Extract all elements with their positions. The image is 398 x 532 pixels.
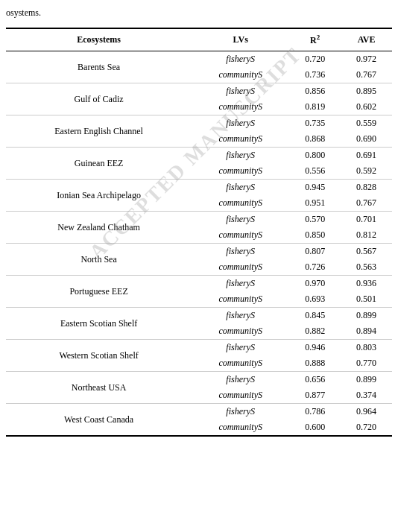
ave-value: 0.894 [341,323,392,340]
col-header-ave: AVE [341,28,392,51]
r2-value: 0.556 [289,163,341,180]
lv-cell: fisheryS [192,340,289,356]
ecosystem-name: Northeast USA [6,372,192,404]
col-header-ecosystems: Ecosystems [6,28,192,51]
r2-value: 0.693 [289,291,341,308]
table-row: New Zealand Chatham fisheryS 0.570 0.701 [6,212,392,228]
ave-value: 0.964 [341,404,392,420]
ecosystem-name: West Coast Canada [6,404,192,437]
table-row: Barents Sea fisheryS 0.720 0.972 [6,51,392,68]
lv-cell: fisheryS [192,244,289,260]
r2-value: 0.888 [289,355,341,372]
r2-value: 0.945 [289,180,341,196]
ecosystem-name: Portuguese EEZ [6,276,192,308]
col-header-r2: R2 [289,28,341,51]
lv-cell: fisheryS [192,212,289,228]
r2-value: 0.970 [289,276,341,292]
table-row: Eastern English Channel fisheryS 0.735 0… [6,115,392,132]
lv-cell: fisheryS [192,115,289,132]
ecosystem-name: Western Scotian Shelf [6,340,192,372]
ecosystem-name: Ionian Sea Archipelago [6,180,192,212]
r2-value: 0.868 [289,131,341,148]
r2-value: 0.856 [289,83,341,100]
r2-value: 0.726 [289,259,341,276]
ecosystem-name: North Sea [6,244,192,276]
r2-value: 0.850 [289,227,341,244]
table-row: Western Scotian Shelf fisheryS 0.946 0.8… [6,340,392,356]
lv-cell: communityS [192,131,289,148]
ave-value: 0.567 [341,244,392,260]
r2-value: 0.570 [289,212,341,228]
ave-value: 0.899 [341,372,392,388]
table-row: Eastern Scotian Shelf fisheryS 0.845 0.8… [6,308,392,324]
lv-cell: fisheryS [192,404,289,420]
lv-cell: communityS [192,419,289,436]
r2-value: 0.807 [289,244,341,260]
r2-value: 0.600 [289,419,341,436]
table-row: Portuguese EEZ fisheryS 0.970 0.936 [6,276,392,292]
ave-value: 0.720 [341,419,392,436]
ave-value: 0.501 [341,291,392,308]
ave-value: 0.936 [341,276,392,292]
lv-cell: communityS [192,163,289,180]
ave-value: 0.592 [341,163,392,180]
ave-value: 0.767 [341,195,392,212]
lv-cell: fisheryS [192,148,289,164]
r2-value: 0.845 [289,308,341,324]
ecosystem-name: Eastern Scotian Shelf [6,308,192,340]
table-row: North Sea fisheryS 0.807 0.567 [6,244,392,260]
r2-value: 0.819 [289,99,341,115]
ave-value: 0.803 [341,340,392,356]
ave-value: 0.895 [341,83,392,100]
table-row: Guinean EEZ fisheryS 0.800 0.691 [6,148,392,164]
intro-text: osystems. [6,7,392,19]
lv-cell: communityS [192,227,289,244]
ecosystem-name: Gulf of Cadiz [6,83,192,115]
ave-value: 0.812 [341,227,392,244]
ave-value: 0.690 [341,131,392,148]
r2-value: 0.656 [289,372,341,388]
ecosystem-name: Guinean EEZ [6,148,192,180]
table-row: Ionian Sea Archipelago fisheryS 0.945 0.… [6,180,392,196]
ave-value: 0.374 [341,387,392,404]
ave-value: 0.559 [341,115,392,132]
ave-value: 0.701 [341,212,392,228]
r2-value: 0.735 [289,115,341,132]
ave-value: 0.767 [341,67,392,83]
lv-cell: communityS [192,99,289,115]
table-row: West Coast Canada fisheryS 0.786 0.964 [6,404,392,420]
ave-value: 0.602 [341,99,392,115]
ave-value: 0.691 [341,148,392,164]
lv-cell: communityS [192,195,289,212]
table-row: Northeast USA fisheryS 0.656 0.899 [6,372,392,388]
r2-value: 0.800 [289,148,341,164]
lv-cell: fisheryS [192,308,289,324]
ave-value: 0.563 [341,259,392,276]
lv-cell: fisheryS [192,180,289,196]
r2-value: 0.877 [289,387,341,404]
lv-cell: fisheryS [192,372,289,388]
r2-value: 0.946 [289,340,341,356]
data-table: Ecosystems LVs R2 AVE Barents Sea fisher… [6,28,392,437]
r2-value: 0.786 [289,404,341,420]
lv-cell: communityS [192,387,289,404]
ecosystem-name: New Zealand Chatham [6,212,192,244]
table-row: Gulf of Cadiz fisheryS 0.856 0.895 [6,83,392,100]
lv-cell: communityS [192,323,289,340]
ave-value: 0.972 [341,51,392,68]
r2-value: 0.951 [289,195,341,212]
ave-value: 0.828 [341,180,392,196]
ave-value: 0.899 [341,308,392,324]
lv-cell: communityS [192,67,289,83]
lv-cell: fisheryS [192,276,289,292]
ecosystem-name: Barents Sea [6,51,192,83]
lv-cell: communityS [192,291,289,308]
r2-value: 0.720 [289,51,341,68]
ecosystem-name: Eastern English Channel [6,115,192,148]
col-header-lvs: LVs [192,28,289,51]
lv-cell: communityS [192,355,289,372]
ave-value: 0.770 [341,355,392,372]
lv-cell: fisheryS [192,83,289,100]
r2-value: 0.736 [289,67,341,83]
r2-value: 0.882 [289,323,341,340]
